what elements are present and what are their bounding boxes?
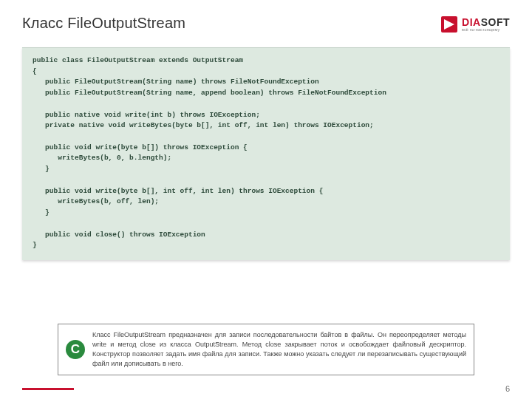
slide: Класс FileOutputStream DIASOFT всё по-на…	[0, 0, 532, 399]
header: Класс FileOutputStream DIASOFT всё по-на…	[22, 15, 510, 34]
logo-tagline: всё по-настоящему	[462, 28, 510, 33]
note-icon: C	[66, 340, 85, 359]
logo-text: DIASOFT всё по-настоящему	[462, 17, 510, 33]
page-title: Класс FileOutputStream	[22, 15, 185, 32]
code-block: public class FileOutputStream extends Ou…	[22, 47, 510, 260]
note-box: C Класс FileOutputStream предназначен дл…	[58, 324, 474, 375]
logo-brand-dia: DIA	[462, 16, 481, 28]
logo-mark-icon	[440, 15, 459, 34]
logo-brand: DIASOFT	[462, 17, 510, 27]
note-text: Класс FileOutputStream предназначен для …	[92, 330, 466, 369]
footer-accent	[22, 388, 74, 390]
page-number: 6	[505, 384, 510, 393]
brand-logo: DIASOFT всё по-настоящему	[440, 15, 510, 34]
logo-brand-soft: SOFT	[481, 16, 510, 28]
